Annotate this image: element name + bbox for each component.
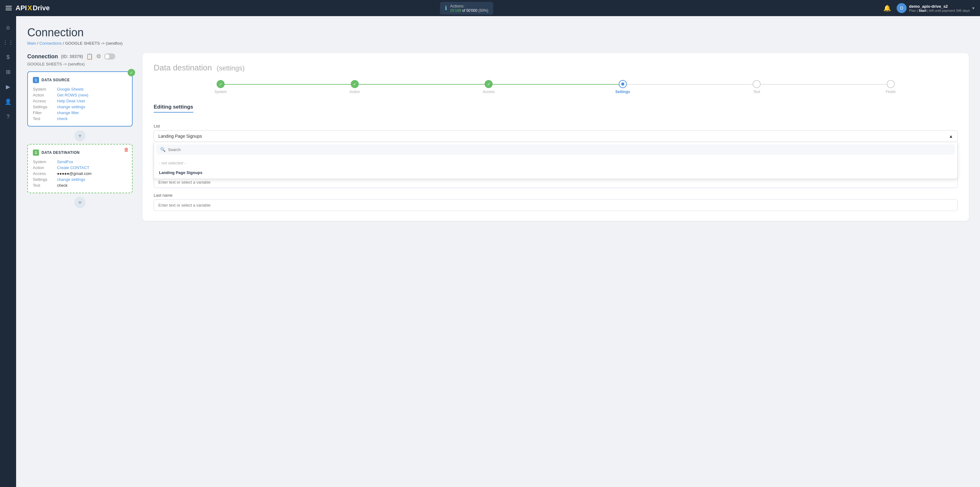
step-label-system: System (215, 89, 227, 94)
source-test-value[interactable]: check (57, 116, 68, 121)
actions-label: Actions: (450, 4, 488, 8)
step-action[interactable]: ✓ Action (288, 80, 422, 94)
source-block-title: 1 DATA SOURCE (33, 77, 127, 83)
breadcrumb: Main / Connections / GOOGLE SHEETS -> (s… (27, 41, 969, 46)
step-line-action (355, 84, 489, 85)
sidebar-item-help[interactable]: ? (2, 110, 14, 123)
step-label-test: Test (753, 89, 760, 94)
chevron-up-icon: ▲ (949, 134, 953, 139)
topnav-left: APIXDrive (6, 4, 49, 12)
sidebar-item-connections[interactable]: ⋮⋮ (2, 36, 14, 48)
dest-action-value[interactable]: Create CONTACT (57, 165, 89, 170)
step-test[interactable]: Test (690, 80, 824, 94)
step-label-settings: Settings (615, 89, 630, 94)
actions-box: ℹ Actions: 25'169 of 50'000 (50%) (440, 2, 493, 14)
step-circle-test (752, 80, 760, 88)
section-title: Editing settings (154, 104, 193, 113)
user-info[interactable]: D demo_apix-drive_s2 Plan | Start | left… (897, 3, 974, 13)
source-check-badge: ✓ (128, 69, 135, 76)
topnav-center: ℹ Actions: 25'169 of 50'000 (50%) (440, 2, 493, 14)
list-dropdown-trigger[interactable]: Landing Page Signups ▲ (154, 130, 958, 142)
sidebar-item-account[interactable]: 👤 (2, 96, 14, 108)
source-system-value[interactable]: Google Sheets (57, 87, 84, 91)
sidebar-item-billing[interactable]: $ (2, 51, 14, 63)
table-row: Settings change settings (33, 105, 127, 109)
list-dropdown-wrapper: Landing Page Signups ▲ 🔍 - not selected … (154, 130, 958, 142)
step-circle-finish (887, 80, 895, 88)
step-access[interactable]: ✓ Access (422, 80, 556, 94)
logo: APIXDrive (16, 4, 49, 12)
dropdown-search-box: 🔍 (156, 145, 955, 155)
step-circle-settings (619, 80, 627, 88)
step-line-settings (623, 84, 757, 85)
dest-settings-value[interactable]: change settings (57, 177, 85, 182)
settings-icon[interactable]: ⚙ (96, 53, 101, 60)
sidebar: ⌂ ⋮⋮ $ ⊞ ▶ 👤 ? (0, 16, 16, 487)
table-row: Action Create CONTACT (33, 165, 127, 170)
sidebar-item-apps[interactable]: ⊞ (2, 66, 14, 78)
breadcrumb-current: GOOGLE SHEETS -> (sendfox) (65, 41, 123, 46)
add-block-button-2[interactable]: + (74, 197, 86, 208)
source-block-label: DATA SOURCE (41, 78, 70, 82)
sidebar-item-tutorials[interactable]: ▶ (2, 81, 14, 93)
table-row: Filter change filter (33, 110, 127, 115)
right-panel-title: Data destination (settings) (154, 63, 958, 73)
bell-icon[interactable]: 🔔 (883, 4, 891, 12)
connection-subtitle: GOOGLE SHEETS -> (sendfox) (27, 62, 133, 66)
copy-icon[interactable]: 📋 (86, 53, 93, 60)
dest-access-value: ●●●●●@gmail.com (57, 171, 92, 176)
add-block-button-1[interactable]: + (74, 130, 86, 141)
connection-header: Connection (ID: 39379) 📋 ⚙ (27, 53, 133, 60)
last-name-label: Last name (154, 193, 958, 198)
logo-text-2: Drive (33, 4, 49, 12)
hamburger-button[interactable] (6, 6, 12, 10)
actions-used: 25'169 (450, 8, 461, 13)
left-panel: Connection (ID: 39379) 📋 ⚙ GOOGLE SHEETS… (27, 53, 133, 211)
list-dropdown-panel: 🔍 - not selected - Landing Page Signups (154, 142, 958, 179)
avatar: D (897, 3, 907, 13)
dropdown-option-landing-page[interactable]: Landing Page Signups (154, 168, 958, 177)
source-block-rows: System Google Sheets Action Get ROWS (ne… (33, 87, 127, 121)
step-label-access: Access (483, 89, 495, 94)
last-name-input[interactable] (154, 200, 958, 211)
list-dropdown-selected: Landing Page Signups (158, 134, 202, 139)
page-title: Connection (27, 26, 969, 39)
step-line-test (757, 84, 891, 85)
table-row: Access ●●●●●@gmail.com (33, 171, 127, 176)
main-content: Connection Main / Connections / GOOGLE S… (16, 16, 980, 487)
connection-id: (ID: 39379) (61, 54, 83, 59)
breadcrumb-connections[interactable]: Connections (39, 41, 62, 46)
delete-destination-button[interactable]: 🗑 (124, 147, 129, 153)
actions-total: 50'000 (466, 8, 477, 13)
step-line-system (221, 84, 355, 85)
dropdown-search-input[interactable] (168, 147, 951, 152)
step-settings[interactable]: Settings (556, 80, 690, 94)
destination-block-label: DATA DESTINATION (41, 150, 80, 155)
step-circle-access: ✓ (485, 80, 493, 88)
source-settings-value[interactable]: change settings (57, 105, 85, 109)
connection-wrapper: Connection (ID: 39379) 📋 ⚙ GOOGLE SHEETS… (27, 53, 969, 221)
dropdown-option-not-selected[interactable]: - not selected - (154, 158, 958, 168)
user-details: demo_apix-drive_s2 Plan | Start | left u… (909, 4, 970, 13)
step-system[interactable]: ✓ System (154, 80, 288, 94)
dest-system-value[interactable]: SendFox (57, 160, 73, 164)
destination-block: 2 DATA DESTINATION System SendFox Action… (27, 144, 133, 193)
table-row: Action Get ROWS (new) (33, 93, 127, 97)
list-label: List (154, 124, 958, 128)
logo-text-1: API (16, 4, 27, 12)
source-access-value[interactable]: Help Desk User (57, 99, 85, 103)
step-label-finish: Finish (886, 89, 896, 94)
source-action-value[interactable]: Get ROWS (new) (57, 93, 88, 97)
destination-block-rows: System SendFox Action Create CONTACT Acc… (33, 160, 127, 188)
user-plan: Plan | Start | left until payment 346 da… (909, 9, 970, 13)
destination-block-num: 2 (33, 150, 39, 156)
sidebar-item-home[interactable]: ⌂ (2, 21, 14, 34)
step-label-action: Action (350, 89, 360, 94)
table-row: Test check (33, 183, 127, 188)
breadcrumb-main[interactable]: Main (27, 41, 36, 46)
actions-of: of (462, 8, 466, 13)
source-filter-value[interactable]: change filter (57, 110, 79, 115)
step-finish[interactable]: Finish (824, 80, 958, 94)
source-block: 1 DATA SOURCE System Google Sheets Actio… (27, 71, 133, 126)
connection-toggle[interactable] (104, 53, 115, 59)
